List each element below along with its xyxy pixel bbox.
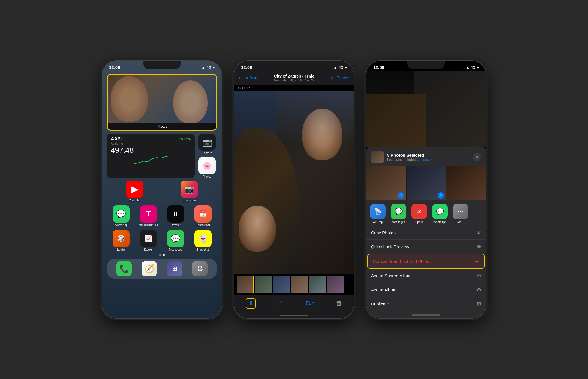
youtube-icon: ▶	[126, 181, 143, 198]
network-3: 4G	[471, 65, 475, 69]
copy-photos-item[interactable]: Copy Photos ⧉	[366, 226, 486, 240]
whatsapp-share-label: WhatsApp	[433, 221, 446, 224]
share-title: 5 Photos Selected	[387, 153, 470, 158]
time-1: 12:08	[109, 65, 120, 70]
add-album-item[interactable]: Add to Album ⊕	[366, 283, 486, 297]
quick-look-item[interactable]: Quick Look Preview ✺	[366, 240, 486, 254]
hdr-badge: ⊕ HDR	[234, 85, 354, 91]
battery-1: ■	[213, 65, 215, 69]
edit-button[interactable]: Edit	[306, 301, 314, 306]
app-row-3: 💬 WhatsApp T Moj Telekom HR R Revolut 📅 …	[102, 204, 222, 228]
strip-thumb-2[interactable]	[255, 276, 272, 293]
phone2-screen: 12:08 ▲ 4G ■ ‹ For You City of Zagreb - …	[234, 61, 354, 318]
time-3: 12:09	[373, 65, 384, 70]
lutrija-icon: 🎲	[113, 230, 130, 247]
share-options[interactable]: Options ›	[417, 158, 431, 162]
remove-featured-item[interactable]: Remove from Featured Photos ⊟	[368, 254, 485, 269]
photos-icon: 🌸	[198, 157, 216, 174]
strip-thumb-4[interactable]	[291, 276, 308, 293]
more-share-icon: •••	[453, 204, 468, 219]
fantastical-icon: 📅	[194, 205, 212, 223]
signal-icon-3: ▲	[466, 65, 469, 69]
telekom-icon: T	[140, 205, 157, 223]
photos-widget[interactable]: Photos	[107, 74, 217, 131]
strip-thumb-3[interactable]	[273, 276, 290, 293]
share-app-messages[interactable]: 💬 Messages	[389, 204, 408, 224]
phone-icon: 📞	[116, 261, 132, 276]
copy-photos-label: Copy Photos	[371, 230, 396, 235]
share-subtitle: Locations Included	[387, 158, 416, 162]
youtube-label: YouTube	[129, 199, 140, 202]
lutrija-label: Lutrija	[117, 248, 125, 251]
back-button[interactable]: ‹ For You	[239, 75, 257, 80]
favorite-button[interactable]: ♡	[278, 300, 283, 307]
add-shared-album-item[interactable]: Add to Shared Album ⊕	[366, 269, 486, 283]
snapchat-icon: 👻	[194, 230, 212, 247]
checkmark-2: ✓	[438, 192, 444, 199]
share-app-spark[interactable]: ✉ Spark	[410, 204, 428, 224]
dock-phone[interactable]: 📞	[114, 261, 134, 276]
battery-2: ■	[345, 65, 347, 69]
photo-faces	[234, 91, 354, 274]
menu-items: Copy Photos ⧉ Quick Look Preview ✺ Remov…	[366, 226, 486, 312]
preview-img-1[interactable]: ✓	[366, 166, 406, 200]
all-photos-button[interactable]: All Photos	[331, 76, 349, 80]
copy-icon: ⧉	[477, 230, 481, 236]
app-item-snapchat[interactable]: 👻 Snapchat	[193, 230, 213, 251]
camera-label: Camera	[202, 152, 212, 155]
share-app-more[interactable]: ••• Me...	[451, 204, 470, 224]
duplicate-item[interactable]: Duplicate ⊞	[366, 297, 486, 311]
status-icons-3: ▲ 4G ■	[466, 65, 479, 69]
preview-img-2[interactable]: ✓	[407, 166, 446, 200]
status-bar-3: 12:09 ▲ 4G ■	[366, 61, 486, 71]
duplicate-label: Duplicate	[371, 301, 389, 306]
dock-settings[interactable]: ⚙	[190, 261, 210, 276]
app-item-lutrija[interactable]: 🎲 Lutrija	[111, 230, 131, 251]
app-item-messages[interactable]: 💬 1 Messages	[166, 230, 186, 251]
app-item-photos[interactable]: 🌸 Photos	[197, 157, 217, 178]
add-shared-icon: ⊕	[477, 272, 481, 279]
revolut-label: Revolut	[171, 223, 181, 227]
share-button[interactable]: ⬆	[246, 298, 256, 309]
stocks-widget[interactable]: AAPL +5.15% Apple Inc. 497.48	[107, 134, 195, 178]
app-item-instagram[interactable]: 📷 Instagram	[179, 181, 199, 202]
duplicate-icon: ⊞	[477, 301, 481, 307]
app-item-telekom[interactable]: T Moj Telekom HR	[138, 205, 158, 227]
app-item-youtube[interactable]: ▶ 1 YouTube	[125, 181, 145, 202]
close-button[interactable]: ✕	[473, 153, 481, 161]
app-item-stocks[interactable]: 📈 Stocks	[138, 230, 158, 251]
app-item-revolut[interactable]: R Revolut	[166, 205, 186, 227]
phone-2: 12:08 ▲ 4G ■ ‹ For You City of Zagreb - …	[234, 60, 354, 319]
stocks-pct: +5.15%	[179, 137, 191, 141]
add-album-icon: ⊕	[477, 287, 481, 293]
dock-applib[interactable]: ⊞	[165, 261, 185, 276]
app-item-whatsapp[interactable]: 💬 WhatsApp	[111, 205, 131, 227]
airdrop-icon: 📡	[370, 204, 386, 219]
dock-safari[interactable]: 🧭	[139, 261, 159, 276]
messages-share-label: Messages	[392, 221, 405, 224]
checkmark-1: ✓	[398, 192, 404, 199]
dock: 📞 🧭 ⊞ ⚙	[107, 259, 217, 279]
photo-title: City of Zagreb - Trnje	[274, 74, 314, 78]
hdr-layers-icon: ⊕	[238, 86, 241, 90]
app-item-camera[interactable]: 📷 Camera	[197, 134, 217, 155]
telekom-label: Moj Telekom HR	[139, 223, 158, 226]
status-icons-2: ▲ 4G ■	[334, 65, 347, 69]
messages-share-icon: 💬	[391, 204, 406, 219]
preview-img-3[interactable]	[446, 166, 486, 200]
phone-1: 12:08 ▲ 4G ■ Photos	[102, 60, 222, 319]
delete-button[interactable]: 🗑	[336, 300, 342, 307]
share-app-whatsapp[interactable]: 💬 WhatsApp	[431, 204, 449, 224]
strip-thumb-1[interactable]	[237, 276, 254, 293]
dot-1	[159, 254, 161, 256]
share-app-airdrop[interactable]: 📡 AirDrop	[369, 204, 387, 224]
camera-icon: 📷	[198, 134, 216, 151]
airdrop-label: AirDrop	[373, 221, 383, 224]
strip-thumb-6[interactable]	[327, 276, 344, 293]
strip-thumb-5[interactable]	[309, 276, 326, 293]
messages-icon: 💬	[167, 230, 184, 247]
revolut-icon: R	[167, 205, 184, 223]
stocks-company: Apple Inc.	[111, 142, 191, 145]
app-item-fantastical[interactable]: 📅 1 Fantastical	[193, 205, 213, 227]
stocks-price: 497.48	[111, 146, 191, 155]
